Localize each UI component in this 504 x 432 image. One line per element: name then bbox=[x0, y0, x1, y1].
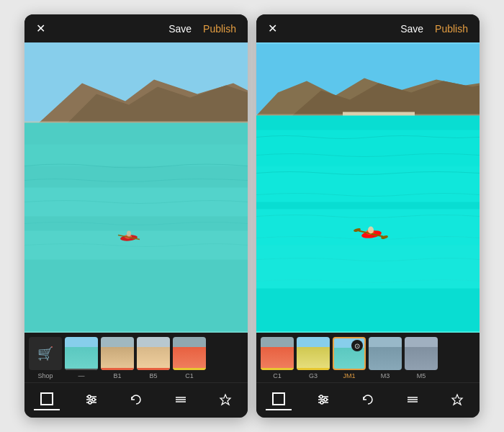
layers-button-right[interactable] bbox=[400, 390, 426, 410]
revert-button-right[interactable] bbox=[355, 390, 381, 410]
adjust-button[interactable] bbox=[78, 390, 104, 410]
svg-rect-31 bbox=[256, 210, 480, 246]
publish-button-right[interactable]: Publish bbox=[435, 23, 468, 35]
frame-button[interactable] bbox=[34, 389, 60, 410]
filter-thumb-c1 bbox=[173, 337, 206, 370]
filter-g3[interactable]: G3 bbox=[297, 337, 330, 379]
bottom-toolbar-left bbox=[24, 382, 248, 418]
filter-thumb-m3 bbox=[369, 337, 402, 370]
svg-point-43 bbox=[320, 395, 323, 398]
image-container-left bbox=[24, 42, 248, 333]
svg-rect-29 bbox=[256, 130, 480, 166]
publish-button[interactable]: Publish bbox=[203, 23, 236, 35]
svg-point-11 bbox=[127, 231, 131, 237]
close-button-right[interactable]: ✕ bbox=[268, 22, 277, 35]
svg-marker-22 bbox=[220, 395, 230, 405]
filter-jm1[interactable]: JM1 bbox=[333, 337, 366, 379]
svg-point-45 bbox=[320, 401, 323, 404]
top-bar-left: ✕ Save Publish bbox=[24, 14, 248, 42]
svg-rect-6 bbox=[24, 188, 248, 217]
svg-rect-32 bbox=[256, 246, 480, 289]
filter-scroll-right: C1 G3 JM1 M3 bbox=[256, 337, 480, 379]
filters-bar-right: C1 G3 JM1 M3 bbox=[256, 333, 480, 382]
left-panel: ✕ Save Publish bbox=[24, 14, 248, 418]
filter-m5[interactable]: M5 bbox=[405, 337, 438, 379]
filter-b1[interactable]: B1 bbox=[101, 337, 134, 379]
filter-thumb-g3 bbox=[297, 337, 330, 370]
filter-label-g3: G3 bbox=[309, 372, 318, 379]
filter-thumb-jm1 bbox=[333, 337, 366, 370]
filter-label-c1: C1 bbox=[185, 372, 194, 379]
filter-c1-right[interactable]: C1 bbox=[261, 337, 294, 379]
filter-label-m3: M3 bbox=[381, 372, 390, 379]
svg-point-44 bbox=[324, 398, 327, 401]
filter-label-b5: B5 bbox=[149, 372, 157, 379]
filter-thumb-b1 bbox=[101, 337, 134, 370]
filter-label-c1-right: C1 bbox=[273, 372, 282, 379]
bottom-toolbar-right bbox=[256, 382, 480, 418]
filters-bar-left: 🛒 Shop — B1 bbox=[24, 333, 248, 382]
svg-marker-49 bbox=[452, 395, 462, 405]
filter-label-none: — bbox=[78, 372, 85, 379]
filter-m3[interactable]: M3 bbox=[369, 337, 402, 379]
close-button[interactable]: ✕ bbox=[36, 22, 45, 35]
photo-left bbox=[24, 42, 248, 333]
filter-shop[interactable]: 🛒 Shop bbox=[29, 337, 62, 379]
svg-rect-12 bbox=[41, 393, 53, 405]
frame-button-right[interactable] bbox=[266, 389, 292, 410]
svg-point-16 bbox=[88, 395, 91, 398]
star-button[interactable] bbox=[212, 390, 238, 410]
save-button-right[interactable]: Save bbox=[400, 23, 423, 35]
filter-thumb-c1-right bbox=[261, 337, 294, 370]
filter-thumb-shop: 🛒 bbox=[29, 337, 62, 370]
image-container-right bbox=[256, 42, 480, 333]
filter-label-jm1: JM1 bbox=[343, 372, 355, 379]
top-bar-right: ✕ Save Publish bbox=[256, 14, 480, 42]
right-panel: ✕ Save Publish bbox=[256, 14, 480, 418]
svg-rect-7 bbox=[24, 231, 248, 260]
layers-button[interactable] bbox=[168, 390, 194, 410]
svg-point-18 bbox=[89, 401, 91, 404]
filter-scroll-left: 🛒 Shop — B1 bbox=[24, 337, 248, 379]
svg-point-38 bbox=[368, 227, 374, 234]
filter-none[interactable]: — bbox=[65, 337, 98, 379]
filter-label-shop: Shop bbox=[37, 372, 53, 379]
shop-icon: 🛒 bbox=[37, 347, 53, 360]
photo-right bbox=[256, 42, 480, 333]
svg-rect-5 bbox=[24, 145, 248, 166]
filter-thumb-m5 bbox=[405, 337, 438, 370]
svg-rect-39 bbox=[273, 393, 284, 405]
save-button[interactable]: Save bbox=[168, 23, 192, 35]
adjust-button-right[interactable] bbox=[310, 390, 336, 410]
filter-selected-indicator bbox=[351, 340, 363, 351]
filter-b5[interactable]: B5 bbox=[137, 337, 170, 379]
filter-thumb-b5 bbox=[137, 337, 170, 370]
filter-label-m5: M5 bbox=[417, 372, 426, 379]
filter-label-b1: B1 bbox=[113, 372, 121, 379]
filter-c1[interactable]: C1 bbox=[173, 337, 206, 379]
svg-point-17 bbox=[92, 398, 95, 401]
filter-thumb-none bbox=[65, 337, 98, 370]
revert-button[interactable] bbox=[123, 390, 149, 410]
star-button-right[interactable] bbox=[444, 390, 470, 410]
